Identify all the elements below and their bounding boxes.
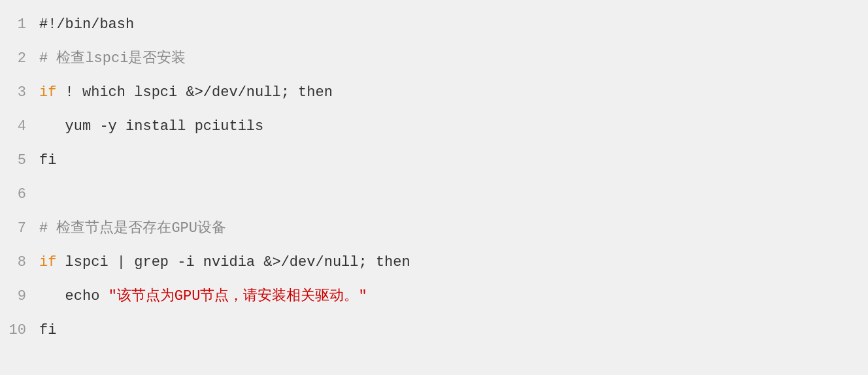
- code-token: lspci | grep -i nvidia &>/dev/null; then: [56, 254, 410, 270]
- code-token: "该节点为GPU节点，请安装相关驱动。": [108, 288, 367, 304]
- code-token: if: [39, 84, 56, 101]
- line-number: 7: [0, 217, 39, 240]
- code-token: ! which lspci &>/dev/null; then: [56, 84, 332, 101]
- code-token: fi: [39, 152, 56, 169]
- code-line: 7# 检查节点是否存在GPU设备: [0, 214, 868, 248]
- code-line: 3if ! which lspci &>/dev/null; then: [0, 78, 868, 112]
- code-token: yum -y install pciutils: [39, 118, 263, 135]
- code-line: 6: [0, 180, 868, 214]
- code-line: 8if lspci | grep -i nvidia &>/dev/null; …: [0, 248, 868, 282]
- code-line: 4 yum -y install pciutils: [0, 112, 868, 146]
- code-token: if: [39, 254, 56, 270]
- line-number: 1: [0, 13, 39, 36]
- code-line: 10fi: [0, 316, 868, 350]
- code-token: fi: [39, 322, 56, 338]
- line-number: 10: [0, 319, 39, 342]
- line-number: 9: [0, 285, 39, 308]
- code-line: 1#!/bin/bash: [0, 10, 868, 44]
- line-content: fi: [39, 149, 56, 172]
- code-line: 5fi: [0, 146, 868, 180]
- line-content: #!/bin/bash: [39, 13, 134, 36]
- line-number: 8: [0, 251, 39, 274]
- code-token: #!/bin/bash: [39, 16, 134, 33]
- line-content: # 检查lspci是否安装: [39, 47, 186, 70]
- line-content: if ! which lspci &>/dev/null; then: [39, 81, 333, 104]
- line-number: 4: [0, 115, 39, 138]
- line-content: # 检查节点是否存在GPU设备: [39, 217, 226, 240]
- line-content: fi: [39, 319, 56, 342]
- code-token: # 检查节点是否存在GPU设备: [39, 220, 226, 236]
- line-content: echo "该节点为GPU节点，请安装相关驱动。": [39, 285, 367, 308]
- line-number: 2: [0, 47, 39, 70]
- code-line: 9 echo "该节点为GPU节点，请安装相关驱动。": [0, 282, 868, 316]
- code-block: 1#!/bin/bash2# 检查lspci是否安装3if ! which ls…: [0, 0, 868, 375]
- line-content: yum -y install pciutils: [39, 115, 263, 138]
- line-number: 5: [0, 149, 39, 172]
- code-line: 2# 检查lspci是否安装: [0, 44, 868, 78]
- code-token: echo: [39, 288, 108, 304]
- code-token: # 检查lspci是否安装: [39, 50, 186, 67]
- line-number: 6: [0, 183, 39, 206]
- line-content: if lspci | grep -i nvidia &>/dev/null; t…: [39, 251, 410, 274]
- line-number: 3: [0, 81, 39, 104]
